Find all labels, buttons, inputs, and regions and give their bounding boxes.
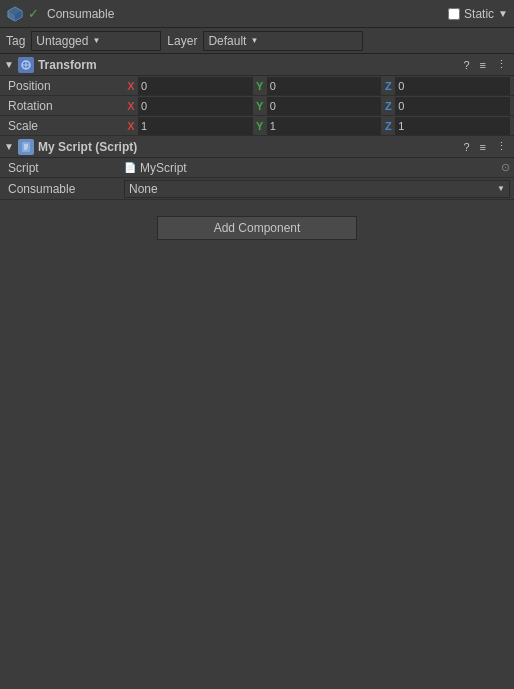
- layer-dropdown-arrow: ▼: [250, 36, 258, 45]
- scale-row: Scale X Y Z: [0, 116, 514, 136]
- transform-overflow-btn[interactable]: ⋮: [493, 57, 510, 72]
- consumable-value: None: [129, 182, 158, 196]
- script-target-icon[interactable]: ⊙: [501, 161, 510, 174]
- consumable-row: Consumable None ▼: [0, 178, 514, 200]
- myscript-icon: [18, 139, 34, 155]
- layer-dropdown[interactable]: Default ▼: [203, 31, 363, 51]
- tag-dropdown-arrow: ▼: [92, 36, 100, 45]
- myscript-settings-btn[interactable]: ≡: [477, 140, 489, 154]
- transform-actions: ? ≡ ⋮: [460, 57, 510, 72]
- empty-area: [0, 248, 514, 689]
- scale-x-label: X: [124, 120, 138, 132]
- position-z-input[interactable]: [395, 77, 510, 95]
- script-file-icon: 📄: [124, 162, 136, 173]
- position-y-input[interactable]: [267, 77, 382, 95]
- myscript-title: My Script (Script): [38, 140, 461, 154]
- myscript-actions: ? ≡ ⋮: [460, 139, 510, 154]
- rotation-x-label: X: [124, 100, 138, 112]
- tag-layer-bar: Tag Untagged ▼ Layer Default ▼: [0, 28, 514, 54]
- position-x-field: X: [124, 77, 253, 95]
- scale-z-input[interactable]: [395, 117, 510, 135]
- consumable-dropdown[interactable]: None ▼: [124, 180, 510, 198]
- position-x-input[interactable]: [138, 77, 253, 95]
- static-checkbox[interactable]: [448, 8, 460, 20]
- consumable-label: Consumable: [4, 182, 124, 196]
- rotation-z-field: Z: [381, 97, 510, 115]
- object-name-input[interactable]: [43, 5, 448, 23]
- rotation-y-input[interactable]: [267, 97, 382, 115]
- add-component-label: Add Component: [214, 221, 301, 235]
- position-row: Position X Y Z: [0, 76, 514, 96]
- transform-properties: Position X Y Z Rotation X Y: [0, 76, 514, 136]
- consumable-dropdown-arrow: ▼: [497, 184, 505, 193]
- rotation-y-label: Y: [253, 100, 267, 112]
- scale-y-input[interactable]: [267, 117, 382, 135]
- tag-label: Tag: [6, 34, 25, 48]
- transform-icon: [18, 57, 34, 73]
- position-label: Position: [4, 79, 124, 93]
- top-bar: ✓ Static ▼: [0, 0, 514, 28]
- scale-z-field: Z: [381, 117, 510, 135]
- layer-value: Default: [208, 34, 246, 48]
- rotation-y-field: Y: [253, 97, 382, 115]
- static-section: Static ▼: [448, 7, 508, 21]
- rotation-x-input[interactable]: [138, 97, 253, 115]
- static-dropdown-arrow[interactable]: ▼: [498, 8, 508, 19]
- rotation-x-field: X: [124, 97, 253, 115]
- transform-help-btn[interactable]: ?: [460, 58, 472, 72]
- transform-section-header: ▼ Transform ? ≡ ⋮: [0, 54, 514, 76]
- scale-y-label: Y: [253, 120, 267, 132]
- script-value: 📄 MyScript: [124, 161, 501, 175]
- tag-value: Untagged: [36, 34, 88, 48]
- position-x-label: X: [124, 80, 138, 92]
- scale-z-label: Z: [381, 120, 395, 132]
- script-prop-label: Script: [4, 161, 124, 175]
- scale-x-input[interactable]: [138, 117, 253, 135]
- position-y-field: Y: [253, 77, 382, 95]
- transform-toggle[interactable]: ▼: [4, 59, 14, 70]
- myscript-section-header: ▼ My Script (Script) ? ≡ ⋮: [0, 136, 514, 158]
- myscript-properties: Script 📄 MyScript ⊙ Consumable None ▼: [0, 158, 514, 200]
- transform-title: Transform: [38, 58, 461, 72]
- scale-label: Scale: [4, 119, 124, 133]
- active-checkmark[interactable]: ✓: [28, 6, 39, 21]
- layer-label: Layer: [167, 34, 197, 48]
- script-filename: MyScript: [140, 161, 187, 175]
- position-y-label: Y: [253, 80, 267, 92]
- add-component-button[interactable]: Add Component: [157, 216, 357, 240]
- myscript-help-btn[interactable]: ?: [460, 140, 472, 154]
- position-z-field: Z: [381, 77, 510, 95]
- myscript-toggle[interactable]: ▼: [4, 141, 14, 152]
- scale-y-field: Y: [253, 117, 382, 135]
- rotation-label: Rotation: [4, 99, 124, 113]
- myscript-overflow-btn[interactable]: ⋮: [493, 139, 510, 154]
- scale-xyz: X Y Z: [124, 117, 510, 135]
- position-z-label: Z: [381, 80, 395, 92]
- transform-settings-btn[interactable]: ≡: [477, 58, 489, 72]
- rotation-z-label: Z: [381, 100, 395, 112]
- position-xyz: X Y Z: [124, 77, 510, 95]
- scale-x-field: X: [124, 117, 253, 135]
- rotation-row: Rotation X Y Z: [0, 96, 514, 116]
- static-label: Static: [464, 7, 494, 21]
- rotation-xyz: X Y Z: [124, 97, 510, 115]
- game-object-icon: [6, 5, 24, 23]
- tag-dropdown[interactable]: Untagged ▼: [31, 31, 161, 51]
- script-row: Script 📄 MyScript ⊙: [0, 158, 514, 178]
- rotation-z-input[interactable]: [395, 97, 510, 115]
